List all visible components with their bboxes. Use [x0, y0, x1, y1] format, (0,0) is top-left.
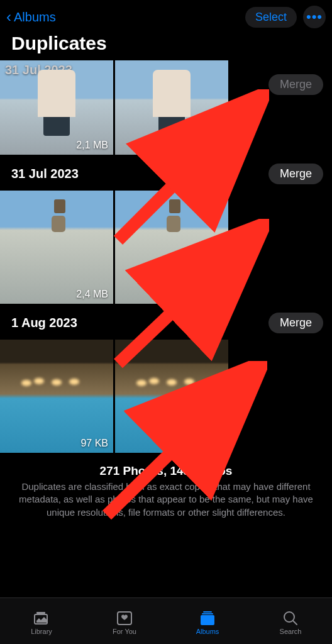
tab-label: Search [280, 628, 302, 635]
tab-library[interactable]: Library [0, 610, 83, 635]
for-you-icon [115, 610, 134, 626]
photo-thumbnail[interactable]: 96 KB [115, 340, 228, 453]
library-icon [32, 610, 51, 626]
tab-bar: Library For You Albums Search [0, 597, 332, 644]
duplicate-group: 31 Jul 2023 Merge 2,4 MB 510 KB [0, 155, 332, 304]
group-header: 31 Jul 2023 Merge [0, 155, 332, 191]
select-button[interactable]: Select [245, 7, 297, 28]
group-date-overlay: 31 Jul 2023 [5, 63, 72, 77]
back-button[interactable]: ‹ Albums [6, 9, 56, 25]
svg-rect-11 [201, 615, 214, 625]
photo-thumbnail[interactable]: 31 Jul 2023 2,1 MB [0, 60, 113, 155]
search-icon [281, 610, 300, 626]
duplicate-group: Merge 31 Jul 2023 2,1 MB 4 KB [0, 60, 332, 155]
file-size-label: 510 KB [191, 289, 223, 300]
more-button[interactable]: ••• [303, 6, 326, 28]
group-header: 1 Aug 2023 Merge [0, 304, 332, 340]
file-size-label: 2,4 MB [76, 289, 108, 300]
svg-line-13 [293, 621, 297, 625]
footer-stats: 271 Photos, 148 Videos Duplicates are cl… [0, 453, 332, 523]
photo-thumbnail[interactable]: 4 KB [115, 60, 228, 155]
duplicates-content: Merge 31 Jul 2023 2,1 MB 4 KB 31 Jul 202… [0, 60, 332, 523]
stats-description: Duplicates are classified both as exact … [8, 480, 324, 519]
stats-summary: 271 Photos, 148 Videos [8, 464, 324, 478]
back-label: Albums [14, 10, 56, 25]
page-title: Duplicates [0, 30, 332, 60]
file-size-label: 96 KB [196, 438, 223, 449]
file-size-label: 97 KB [80, 438, 108, 449]
merge-button[interactable]: Merge [268, 164, 323, 184]
merge-button[interactable]: Merge [268, 74, 323, 95]
photo-thumbnail[interactable]: 97 KB [0, 340, 113, 453]
svg-rect-9 [203, 611, 212, 613]
chevron-left-icon: ‹ [6, 9, 11, 25]
file-size-label: 2,1 MB [76, 140, 108, 151]
tab-label: For You [113, 628, 136, 635]
tab-label: Albums [196, 628, 219, 635]
thumbnail-row: 2,4 MB 510 KB [0, 191, 332, 304]
navigation-bar: ‹ Albums Select ••• [0, 0, 332, 30]
duplicate-group: 1 Aug 2023 Merge 97 KB 96 KB [0, 304, 332, 453]
merge-button[interactable]: Merge [268, 313, 323, 333]
group-date: 1 Aug 2023 [11, 316, 77, 330]
group-date: 31 Jul 2023 [11, 167, 79, 181]
albums-icon [198, 610, 217, 626]
photo-thumbnail[interactable]: 2,4 MB [0, 191, 113, 304]
photo-thumbnail[interactable]: 510 KB [115, 191, 228, 304]
tab-search[interactable]: Search [249, 610, 332, 635]
svg-rect-10 [202, 613, 213, 614]
thumbnail-row: 97 KB 96 KB [0, 340, 332, 453]
file-size-label: 4 KB [201, 140, 223, 151]
tab-label: Library [31, 628, 52, 635]
ellipsis-icon: ••• [306, 9, 323, 25]
nav-actions: Select ••• [245, 6, 326, 28]
tab-albums[interactable]: Albums [166, 610, 249, 635]
svg-rect-7 [36, 612, 45, 614]
tab-for-you[interactable]: For You [83, 610, 166, 635]
